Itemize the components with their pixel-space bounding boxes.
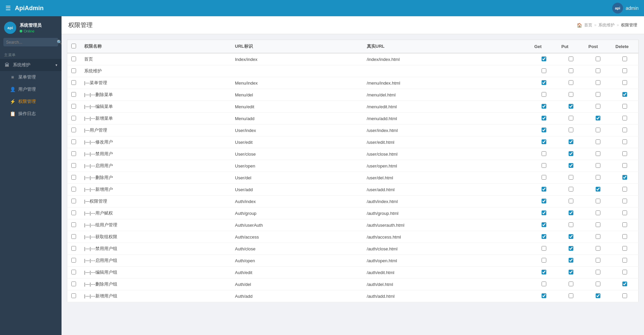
row-put-checkbox[interactable]: [569, 270, 573, 274]
row-put-checkbox[interactable]: [569, 80, 573, 85]
row-get-checkbox[interactable]: [542, 270, 546, 274]
row-delete-checkbox[interactable]: [622, 68, 627, 73]
sidebar-item-log[interactable]: 📋 操作日志: [0, 108, 62, 120]
row-delete-checkbox[interactable]: [622, 282, 627, 286]
row-get-checkbox[interactable]: [542, 151, 546, 156]
row-post-checkbox[interactable]: [596, 222, 600, 227]
row-get-checkbox[interactable]: [542, 128, 546, 132]
row-post-checkbox[interactable]: [596, 282, 600, 286]
row-delete-checkbox[interactable]: [622, 92, 627, 97]
row-post-checkbox[interactable]: [596, 199, 600, 203]
row-checkbox[interactable]: [71, 128, 76, 132]
row-post-checkbox[interactable]: [596, 234, 600, 239]
row-post-checkbox[interactable]: [596, 139, 600, 144]
row-get-checkbox[interactable]: [542, 80, 546, 85]
row-checkbox[interactable]: [71, 210, 76, 215]
row-checkbox[interactable]: [71, 139, 76, 144]
row-post-checkbox[interactable]: [596, 293, 600, 298]
row-get-checkbox[interactable]: [542, 258, 546, 263]
sidebar-item-system[interactable]: 🏛 系统维护 ▾: [0, 59, 62, 71]
row-get-checkbox[interactable]: [542, 293, 546, 298]
row-checkbox[interactable]: [71, 92, 76, 97]
row-get-checkbox[interactable]: [542, 163, 546, 168]
search-input[interactable]: [6, 40, 57, 45]
row-get-checkbox[interactable]: [542, 210, 546, 215]
row-get-checkbox[interactable]: [542, 234, 546, 239]
row-put-checkbox[interactable]: [569, 246, 573, 251]
sidebar-item-user[interactable]: 👤 用户管理: [0, 83, 62, 95]
row-put-checkbox[interactable]: [569, 116, 573, 120]
row-put-checkbox[interactable]: [569, 187, 573, 192]
row-delete-checkbox[interactable]: [622, 270, 627, 274]
row-checkbox[interactable]: [71, 68, 76, 73]
row-post-checkbox[interactable]: [596, 68, 600, 73]
row-delete-checkbox[interactable]: [622, 57, 627, 61]
row-put-checkbox[interactable]: [569, 139, 573, 144]
row-delete-checkbox[interactable]: [622, 104, 627, 109]
row-get-checkbox[interactable]: [542, 222, 546, 227]
row-put-checkbox[interactable]: [569, 222, 573, 227]
row-put-checkbox[interactable]: [569, 282, 573, 286]
row-put-checkbox[interactable]: [569, 151, 573, 156]
row-post-checkbox[interactable]: [596, 258, 600, 263]
row-delete-checkbox[interactable]: [622, 258, 627, 263]
search-box[interactable]: 🔍: [3, 38, 58, 46]
row-post-checkbox[interactable]: [596, 92, 600, 97]
sidebar-item-menu[interactable]: ≡ 菜单管理: [0, 71, 62, 83]
row-checkbox[interactable]: [71, 258, 76, 263]
row-checkbox[interactable]: [71, 151, 76, 156]
row-post-checkbox[interactable]: [596, 80, 600, 85]
row-get-checkbox[interactable]: [542, 175, 546, 180]
row-delete-checkbox[interactable]: [622, 187, 627, 192]
row-get-checkbox[interactable]: [542, 92, 546, 97]
row-delete-checkbox[interactable]: [622, 175, 627, 180]
row-put-checkbox[interactable]: [569, 293, 573, 298]
row-put-checkbox[interactable]: [569, 210, 573, 215]
menu-toggle-icon[interactable]: ☰: [5, 4, 11, 12]
row-post-checkbox[interactable]: [596, 246, 600, 251]
row-post-checkbox[interactable]: [596, 151, 600, 156]
row-post-checkbox[interactable]: [596, 116, 600, 120]
row-delete-checkbox[interactable]: [622, 222, 627, 227]
row-checkbox[interactable]: [71, 187, 76, 192]
row-post-checkbox[interactable]: [596, 187, 600, 192]
row-delete-checkbox[interactable]: [622, 163, 627, 168]
row-checkbox[interactable]: [71, 246, 76, 251]
row-delete-checkbox[interactable]: [622, 234, 627, 239]
row-checkbox[interactable]: [71, 163, 76, 168]
breadcrumb-parent[interactable]: 系统维护: [598, 22, 615, 28]
row-checkbox[interactable]: [71, 234, 76, 239]
row-put-checkbox[interactable]: [569, 104, 573, 109]
row-delete-checkbox[interactable]: [622, 293, 627, 298]
row-get-checkbox[interactable]: [542, 246, 546, 251]
row-put-checkbox[interactable]: [569, 258, 573, 263]
row-delete-checkbox[interactable]: [622, 246, 627, 251]
row-put-checkbox[interactable]: [569, 234, 573, 239]
row-get-checkbox[interactable]: [542, 57, 546, 61]
select-all-checkbox[interactable]: [71, 44, 76, 48]
sidebar-item-permission[interactable]: ⚡ 权限管理: [0, 95, 62, 108]
row-get-checkbox[interactable]: [542, 282, 546, 286]
search-icon[interactable]: 🔍: [57, 40, 62, 45]
row-delete-checkbox[interactable]: [622, 128, 627, 132]
row-put-checkbox[interactable]: [569, 68, 573, 73]
row-delete-checkbox[interactable]: [622, 139, 627, 144]
row-checkbox[interactable]: [71, 199, 76, 203]
row-delete-checkbox[interactable]: [622, 151, 627, 156]
row-put-checkbox[interactable]: [569, 163, 573, 168]
row-post-checkbox[interactable]: [596, 128, 600, 132]
row-post-checkbox[interactable]: [596, 175, 600, 180]
row-checkbox[interactable]: [71, 270, 76, 274]
row-delete-checkbox[interactable]: [622, 199, 627, 203]
row-delete-checkbox[interactable]: [622, 116, 627, 120]
row-checkbox[interactable]: [71, 293, 76, 298]
breadcrumb-home[interactable]: 首页: [584, 22, 592, 28]
row-put-checkbox[interactable]: [569, 92, 573, 97]
row-checkbox[interactable]: [71, 57, 76, 61]
row-get-checkbox[interactable]: [542, 116, 546, 120]
row-post-checkbox[interactable]: [596, 210, 600, 215]
row-checkbox[interactable]: [71, 282, 76, 286]
row-put-checkbox[interactable]: [569, 128, 573, 132]
row-post-checkbox[interactable]: [596, 104, 600, 109]
row-checkbox[interactable]: [71, 116, 76, 120]
